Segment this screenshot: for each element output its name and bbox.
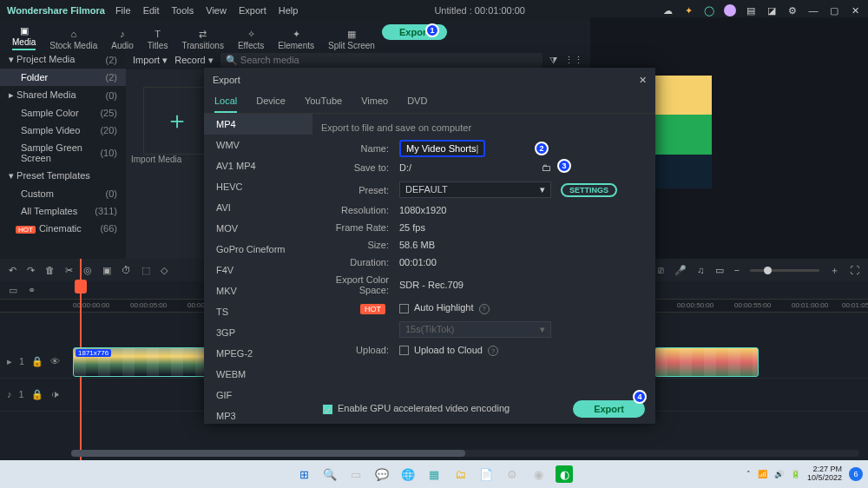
- system-tray[interactable]: ˄ 📶 🔊 🔋 2:27 PM10/5/2022 6: [746, 465, 863, 483]
- start-icon[interactable]: ⊞: [295, 465, 312, 483]
- grid-icon[interactable]: ⋮⋮: [564, 55, 583, 66]
- sidebar-item[interactable]: ▾ Preset Templates: [0, 167, 126, 185]
- minimize-icon[interactable]: —: [807, 4, 819, 16]
- format-item[interactable]: MP4: [204, 114, 312, 135]
- menu-export[interactable]: Export: [239, 5, 266, 16]
- tab-dvd[interactable]: DVD: [407, 96, 427, 113]
- sidebar-item[interactable]: ▸ Shared Media(0): [0, 86, 126, 104]
- close-icon[interactable]: ✕: [849, 4, 861, 16]
- zoom-in-icon[interactable]: ＋: [830, 264, 839, 277]
- redo-icon[interactable]: ↷: [27, 265, 35, 276]
- menu-view[interactable]: View: [206, 5, 227, 16]
- notification-badge[interactable]: 6: [849, 467, 863, 481]
- preset-dropdown[interactable]: DEFAULT▾: [399, 181, 551, 198]
- settings-icon[interactable]: ⚙: [503, 465, 521, 483]
- chrome-icon[interactable]: ◉: [529, 465, 547, 483]
- sidebar-item[interactable]: Custom(0): [0, 185, 126, 202]
- cat-titles[interactable]: TTitles: [141, 28, 175, 50]
- help-icon[interactable]: ?: [488, 346, 498, 356]
- clock[interactable]: 2:27 PM: [812, 465, 842, 473]
- cat-effects[interactable]: ✧Effects: [231, 28, 271, 50]
- fit-icon[interactable]: ⛶: [850, 265, 859, 275]
- menu-edit[interactable]: Edit: [143, 5, 160, 16]
- maximize-icon[interactable]: ▢: [828, 4, 840, 16]
- sidebar-item[interactable]: Sample Color(25): [0, 104, 126, 122]
- video-clip[interactable]: [654, 347, 759, 377]
- format-item[interactable]: HEVC: [204, 176, 312, 197]
- color-icon[interactable]: ⬚: [141, 265, 150, 276]
- link-icon[interactable]: ⚭: [28, 285, 36, 296]
- tab-youtube[interactable]: YouTube: [305, 96, 342, 113]
- cut-icon[interactable]: ✂: [65, 265, 73, 276]
- cat-elements[interactable]: ✦Elements: [271, 28, 321, 50]
- timeline-scrollbar[interactable]: [71, 450, 859, 457]
- chat-icon[interactable]: 💬: [373, 465, 391, 483]
- format-item[interactable]: MP3: [204, 406, 312, 421]
- format-item[interactable]: WMV: [204, 135, 312, 155]
- mix-icon[interactable]: ⎚: [658, 265, 664, 275]
- format-item[interactable]: MKV: [204, 280, 312, 301]
- chevron-up-icon[interactable]: ˄: [746, 470, 751, 478]
- cat-audio[interactable]: ♪Audio: [104, 28, 141, 50]
- delete-icon[interactable]: 🗑: [45, 265, 55, 275]
- avatar[interactable]: [724, 4, 736, 16]
- save-path[interactable]: D:/🗀: [399, 161, 551, 175]
- sidebar-item[interactable]: ▾ Project Media(2): [0, 50, 126, 69]
- wifi-icon[interactable]: 📶: [758, 470, 767, 478]
- export-confirm-button[interactable]: Export: [573, 400, 645, 418]
- audio-icon[interactable]: ♫: [697, 265, 704, 275]
- note-icon[interactable]: ▤: [745, 4, 757, 16]
- explorer-icon[interactable]: 🗂: [451, 465, 469, 483]
- date[interactable]: 10/5/2022: [807, 473, 842, 482]
- tab-vimeo[interactable]: Vimeo: [361, 96, 388, 113]
- folder-icon[interactable]: 🗀: [542, 162, 551, 173]
- record-dropdown[interactable]: Record ▾: [174, 55, 214, 66]
- zoom-slider[interactable]: [750, 269, 819, 272]
- mic-icon[interactable]: 🎤: [674, 265, 687, 276]
- cat-media[interactable]: ▣Media: [5, 24, 43, 50]
- spark-icon[interactable]: ✦: [682, 4, 694, 16]
- volume-icon[interactable]: 🔊: [774, 470, 784, 478]
- menu-tools[interactable]: Tools: [172, 5, 194, 16]
- headset-icon[interactable]: ◯: [703, 4, 715, 16]
- format-item[interactable]: WEBM: [204, 364, 312, 385]
- format-item[interactable]: GoPro Cineform: [204, 239, 312, 260]
- tab-local[interactable]: Local: [214, 96, 237, 113]
- sidebar-item-folder[interactable]: Folder(2): [0, 69, 126, 86]
- format-item[interactable]: MPEG-2: [204, 343, 312, 364]
- menu-help[interactable]: Help: [279, 5, 299, 16]
- taskview-icon[interactable]: ▭: [347, 465, 365, 483]
- app-icon[interactable]: ▦: [425, 465, 443, 483]
- gpu-checkbox[interactable]: ✓: [323, 405, 332, 414]
- crop-icon[interactable]: ▣: [102, 265, 111, 276]
- view-icon[interactable]: ▭: [715, 265, 724, 276]
- sidebar-item[interactable]: Sample Green Screen(10): [0, 139, 126, 167]
- search-icon[interactable]: 🔍: [321, 465, 339, 483]
- sidebar-item[interactable]: All Templates(311): [0, 202, 126, 220]
- zoom-out-icon[interactable]: −: [734, 265, 740, 275]
- notes-icon[interactable]: 📄: [477, 465, 495, 483]
- name-input[interactable]: My Video Shorts|: [399, 140, 485, 157]
- ripple-icon[interactable]: ▭: [9, 285, 17, 296]
- help-icon[interactable]: ?: [479, 304, 490, 314]
- auto-highlight-checkbox[interactable]: [399, 304, 409, 313]
- menu-file[interactable]: File: [115, 5, 131, 16]
- close-icon[interactable]: ✕: [639, 75, 647, 86]
- sidebar-item[interactable]: Sample Video(20): [0, 122, 126, 139]
- tab-device[interactable]: Device: [256, 96, 286, 113]
- cat-split[interactable]: ▦Split Screen: [321, 28, 382, 50]
- undo-icon[interactable]: ↶: [9, 265, 16, 276]
- format-item[interactable]: AV1 MP4: [204, 155, 312, 176]
- upload-cloud-checkbox[interactable]: [399, 346, 409, 355]
- cloud-icon[interactable]: ☁: [661, 4, 674, 16]
- cat-stock[interactable]: ⌂Stock Media: [43, 28, 104, 50]
- format-item[interactable]: AVI: [204, 197, 312, 218]
- format-item[interactable]: F4V: [204, 260, 312, 280]
- speed-icon[interactable]: ⏱: [122, 265, 131, 275]
- sidebar-item[interactable]: HOTCinematic(66): [0, 220, 126, 237]
- format-item[interactable]: TS: [204, 301, 312, 322]
- battery-icon[interactable]: 🔋: [791, 470, 800, 478]
- format-item[interactable]: GIF: [204, 385, 312, 406]
- gear-icon[interactable]: ⚙: [786, 4, 799, 16]
- settings-button[interactable]: SETTINGS: [561, 183, 617, 197]
